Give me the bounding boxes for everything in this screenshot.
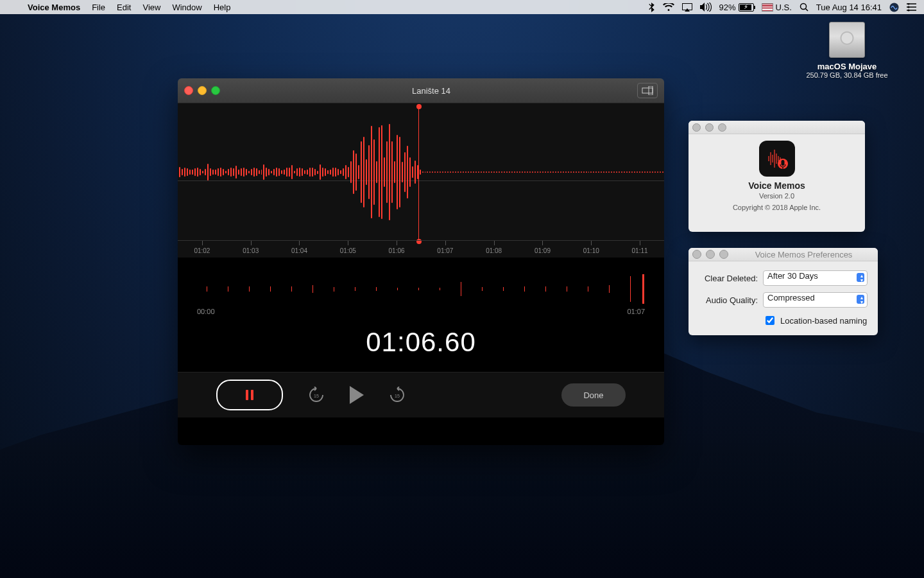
airplay-icon[interactable] xyxy=(682,3,692,12)
voice-memos-window: Lanište 14 01:02 01:03 01:04 01:05 01:06… xyxy=(178,78,664,445)
chevron-updown-icon: ▴▾ xyxy=(860,274,863,283)
minimize-button[interactable] xyxy=(198,86,207,95)
timeline-ruler: 01:02 01:03 01:04 01:05 01:06 01:07 01:0… xyxy=(178,240,664,258)
menu-file[interactable]: File xyxy=(86,0,111,14)
menu-help[interactable]: Help xyxy=(208,0,237,14)
menu-view[interactable]: View xyxy=(137,0,166,14)
prefs-body: Clear Deleted: ▴▾ After 30 Days Audio Qu… xyxy=(689,261,878,335)
timeline-tick: 01:10 xyxy=(567,241,615,258)
timeline-tick: 01:08 xyxy=(470,241,518,258)
svg-text:15: 15 xyxy=(395,394,400,398)
waveform-bars xyxy=(178,103,664,241)
skip-back-15-button[interactable]: 15 xyxy=(307,386,325,404)
trim-button[interactable] xyxy=(637,83,658,98)
pause-record-button[interactable] xyxy=(216,380,283,410)
zoom-button[interactable] xyxy=(718,123,726,132)
input-source[interactable]: U.S. xyxy=(762,3,792,12)
clear-deleted-value: After 30 Days xyxy=(767,271,818,281)
input-source-label: U.S. xyxy=(776,3,792,12)
window-body: 01:02 01:03 01:04 01:05 01:06 01:07 01:0… xyxy=(178,103,664,445)
notification-center-icon[interactable] xyxy=(907,3,916,12)
close-button[interactable] xyxy=(692,123,701,132)
minimize-button[interactable] xyxy=(706,250,715,259)
traffic-lights xyxy=(184,86,220,95)
close-button[interactable] xyxy=(184,86,193,95)
desktop-drive[interactable]: macOS Mojave 250.79 GB, 30.84 GB free xyxy=(796,22,898,79)
menubar: Voice Memos File Edit View Window Help 9… xyxy=(0,0,924,14)
pause-icon xyxy=(246,390,253,400)
wifi-icon[interactable] xyxy=(663,3,674,12)
overview-end-time: 01:07 xyxy=(627,308,645,315)
app-icon xyxy=(759,141,795,177)
play-button[interactable] xyxy=(350,386,364,404)
svg-line-2 xyxy=(805,9,808,12)
siri-icon[interactable] xyxy=(889,3,899,12)
apple-menu[interactable] xyxy=(8,0,19,14)
svg-rect-23 xyxy=(781,160,784,166)
flag-icon xyxy=(762,3,773,12)
svg-point-9 xyxy=(908,9,910,11)
app-menu[interactable]: Voice Memos xyxy=(22,0,86,14)
prefs-titlebar[interactable]: Voice Memos Preferences xyxy=(689,248,878,261)
transport-controls: 15 15 Done xyxy=(178,372,664,417)
drive-subtitle: 250.79 GB, 30.84 GB free xyxy=(796,71,898,79)
timeline-tick: 01:06 xyxy=(372,241,421,258)
drive-icon xyxy=(829,22,865,58)
titlebar[interactable]: Lanište 14 xyxy=(178,78,664,103)
about-body: Voice Memos Version 2.0 Copyright © 2018… xyxy=(689,134,865,216)
skip-forward-15-button[interactable]: 15 xyxy=(388,386,406,404)
volume-icon[interactable] xyxy=(700,3,712,12)
about-copyright: Copyright © 2018 Apple Inc. xyxy=(733,204,821,211)
zoom-button[interactable] xyxy=(211,86,220,95)
overview-playhead[interactable] xyxy=(642,274,644,304)
timeline-tick: 01:09 xyxy=(518,241,567,258)
done-button[interactable]: Done xyxy=(561,383,626,407)
timeline-tick: 01:11 xyxy=(615,241,664,258)
overview-start-time: 00:00 xyxy=(197,308,215,315)
timeline-tick: 01:03 xyxy=(227,241,275,258)
drive-name: macOS Mojave xyxy=(796,62,898,71)
minimize-button[interactable] xyxy=(705,123,714,132)
timeline-tick: 01:05 xyxy=(323,241,372,258)
svg-point-8 xyxy=(908,6,910,8)
menu-window[interactable]: Window xyxy=(166,0,207,14)
menu-edit[interactable]: Edit xyxy=(111,0,137,14)
svg-point-1 xyxy=(800,4,806,10)
waveform-area[interactable]: 01:02 01:03 01:04 01:05 01:06 01:07 01:0… xyxy=(178,103,664,258)
timeline-tick: 01:07 xyxy=(421,241,470,258)
timeline-tick: 01:04 xyxy=(275,241,324,258)
overview-waveform[interactable] xyxy=(197,274,645,304)
timeline-tick: 01:02 xyxy=(178,241,227,258)
overview-area: 00:00 01:07 xyxy=(178,258,664,319)
zoom-button[interactable] xyxy=(719,250,728,259)
window-title: Lanište 14 xyxy=(225,86,637,96)
audio-quality-select[interactable]: ▴▾ Compressed xyxy=(763,292,868,308)
close-button[interactable] xyxy=(692,250,701,259)
clear-deleted-label: Clear Deleted: xyxy=(699,274,758,283)
bluetooth-icon[interactable] xyxy=(649,3,655,12)
overview-labels: 00:00 01:07 xyxy=(197,308,645,315)
about-window: Voice Memos Version 2.0 Copyright © 2018… xyxy=(689,121,865,232)
playhead[interactable] xyxy=(418,107,419,241)
prefs-title: Voice Memos Preferences xyxy=(733,250,874,259)
svg-point-7 xyxy=(908,3,910,5)
battery-percent: 92% xyxy=(719,3,736,12)
desktop: Voice Memos File Edit View Window Help 9… xyxy=(0,0,924,578)
audio-quality-value: Compressed xyxy=(767,293,815,302)
preferences-window: Voice Memos Preferences Clear Deleted: ▴… xyxy=(689,248,878,335)
battery-status[interactable]: 92% ⚡︎ xyxy=(719,3,754,12)
battery-icon: ⚡︎ xyxy=(739,3,754,12)
svg-rect-11 xyxy=(649,86,653,95)
about-titlebar[interactable] xyxy=(689,121,865,134)
elapsed-time: 01:06.60 xyxy=(178,319,664,372)
about-app-name: Voice Memos xyxy=(748,180,805,191)
about-version: Version 2.0 xyxy=(759,192,794,200)
clock[interactable]: Tue Aug 14 16:41 xyxy=(816,3,882,12)
clear-deleted-select[interactable]: ▴▾ After 30 Days xyxy=(763,270,868,286)
chevron-updown-icon: ▴▾ xyxy=(860,295,863,304)
svg-text:15: 15 xyxy=(314,394,319,398)
svg-rect-10 xyxy=(642,88,653,93)
location-naming-checkbox[interactable] xyxy=(766,316,774,325)
spotlight-icon[interactable] xyxy=(800,3,809,12)
location-naming-label: Location-based naming xyxy=(780,316,867,326)
